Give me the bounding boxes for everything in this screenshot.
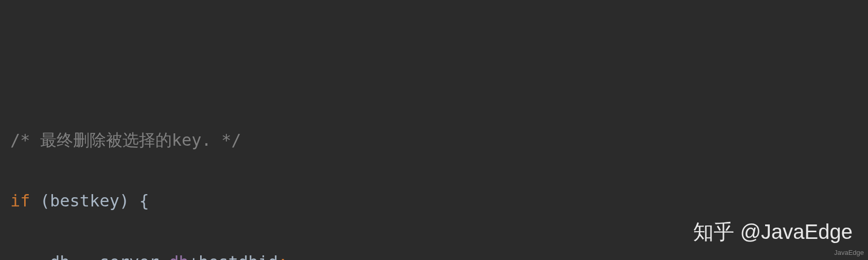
identifier-server: server [99,252,159,261]
identifier-db: db [50,252,70,261]
identifier-bestkey: bestkey [50,191,119,211]
identifier-bestdbid: bestdbid [199,252,278,261]
code-line-1: /* 最终删除被选择的key. */ [10,125,858,155]
assign-operator: = [70,252,100,261]
plus-operator: + [189,252,199,261]
watermark-text: 知乎 @JavaEdge [693,213,853,251]
field-db: db [169,252,189,261]
semicolon: ; [278,252,288,261]
dot-operator: . [159,252,169,261]
paren-close: ) [119,191,139,211]
brace-open: { [139,191,149,211]
keyword-if: if [10,191,30,211]
code-line-2: if (bestkey) { [10,186,858,216]
code-line-3: db = server.db+bestdbid; [10,247,858,261]
block-comment: /* 最终删除被选择的key. */ [10,130,241,150]
paren-open: ( [30,191,50,211]
indent [10,252,50,261]
